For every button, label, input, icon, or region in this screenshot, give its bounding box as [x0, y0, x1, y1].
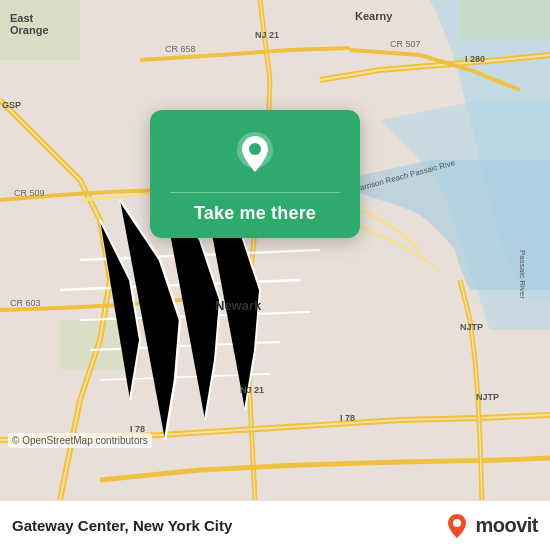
svg-text:NJTP: NJTP [460, 322, 483, 332]
map-container[interactable]: CR 658 CR 507 CR 509 CR 603 NJ 21 I 280 … [0, 0, 550, 500]
svg-text:Orange: Orange [10, 24, 49, 36]
svg-text:I 280: I 280 [465, 54, 485, 64]
svg-text:CR 507: CR 507 [390, 39, 421, 49]
svg-text:NJ 21: NJ 21 [255, 30, 279, 40]
svg-text:CR 509: CR 509 [14, 188, 45, 198]
map-attribution: © OpenStreetMap contributors [8, 433, 152, 448]
bottom-bar: Gateway Center, New York City moovit [0, 500, 550, 550]
svg-text:East: East [10, 12, 34, 24]
svg-text:NJTP: NJTP [476, 392, 499, 402]
map-svg: CR 658 CR 507 CR 509 CR 603 NJ 21 I 280 … [0, 0, 550, 500]
svg-text:Kearny: Kearny [355, 10, 393, 22]
take-me-there-button[interactable]: Take me there [170, 192, 340, 224]
popup-card: Take me there [150, 110, 360, 238]
svg-text:CR 658: CR 658 [165, 44, 196, 54]
moovit-pin-icon [443, 512, 471, 540]
location-info: Gateway Center, New York City [12, 517, 232, 534]
svg-text:Newark: Newark [215, 298, 262, 313]
svg-point-28 [249, 143, 261, 155]
moovit-logo: moovit [443, 512, 538, 540]
location-name: Gateway Center, New York City [12, 517, 232, 534]
svg-text:CR 603: CR 603 [10, 298, 41, 308]
map-pin-icon [228, 128, 282, 182]
svg-text:I 78: I 78 [340, 413, 355, 423]
svg-text:GSP: GSP [2, 100, 21, 110]
svg-text:NJ 21: NJ 21 [240, 385, 264, 395]
svg-text:Passaic River: Passaic River [518, 250, 527, 299]
svg-rect-2 [460, 0, 550, 40]
moovit-text: moovit [475, 514, 538, 537]
svg-point-29 [453, 519, 461, 527]
